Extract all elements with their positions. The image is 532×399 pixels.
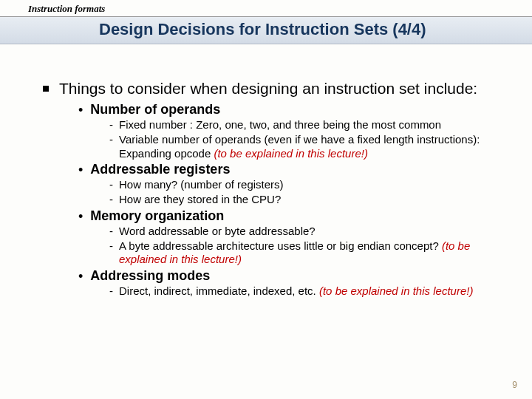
topic-label: Memory organization: [90, 208, 224, 224]
bullet-dot-icon: •: [78, 162, 83, 178]
point-note: (to be explained in this lecture!): [214, 147, 367, 160]
dash-icon: -: [109, 118, 113, 132]
title-bar: Design Decisions for Instruction Sets (4…: [0, 17, 532, 44]
dash-icon: -: [109, 225, 113, 239]
point-text: A byte addressable architecture uses lit…: [119, 239, 442, 252]
dash-icon: -: [109, 193, 113, 207]
page-number: 9: [512, 380, 517, 390]
dash-point: - How are they stored in the CPU?: [109, 193, 505, 207]
point-text: How many? (number of registers): [119, 178, 284, 191]
dash-icon: -: [109, 239, 113, 253]
dash-icon: -: [109, 133, 113, 147]
lead-bullet: Things to consider when designing an ins…: [43, 80, 505, 98]
topic-label: Addressing modes: [90, 268, 210, 284]
topic-item: • Addressing modes - Direct, indirect, i…: [75, 268, 505, 299]
point-note: (to be explained in this lecture!): [319, 284, 473, 297]
point-text: How are they stored in the CPU?: [119, 193, 281, 205]
dash-icon: -: [109, 284, 113, 299]
topic-label: Addressable registers: [90, 162, 230, 177]
slide-header: Instruction formats Design Decisions for…: [0, 0, 532, 44]
slide-title: Design Decisions for Instruction Sets (4…: [0, 20, 532, 39]
square-bullet-icon: [43, 86, 49, 92]
dash-point: - Variable number of operands (even if w…: [109, 133, 505, 161]
dash-point: - A byte addressable architecture uses l…: [109, 239, 505, 267]
topic-label: Number of operands: [90, 102, 220, 117]
breadcrumb: Instruction formats: [0, 0, 532, 17]
topic-item: • Memory organization - Word addressable…: [75, 208, 505, 267]
topic-item: • Number of operands - Fixed number : Ze…: [75, 102, 505, 160]
topic-list: • Number of operands - Fixed number : Ze…: [75, 102, 505, 299]
dash-point: - Fixed number : Zero, one, two, and thr…: [109, 118, 505, 132]
dash-point: - Direct, indirect, immediate, indexed, …: [109, 284, 505, 299]
dash-icon: -: [109, 178, 113, 192]
point-text: Direct, indirect, immediate, indexed, et…: [119, 284, 319, 297]
point-text: Fixed number : Zero, one, two, and three…: [119, 118, 441, 131]
dash-point: - Word addressable or byte addressable?: [109, 225, 505, 239]
bullet-dot-icon: •: [78, 208, 83, 225]
dash-point: - How many? (number of registers): [109, 178, 505, 192]
bullet-dot-icon: •: [78, 268, 83, 284]
point-text: Word addressable or byte addressable?: [119, 225, 316, 237]
topic-item: • Addressable registers - How many? (num…: [75, 162, 505, 207]
bullet-dot-icon: •: [78, 102, 83, 118]
lead-text: Things to consider when designing an ins…: [59, 80, 477, 98]
slide-body: Things to consider when designing an ins…: [0, 44, 532, 299]
